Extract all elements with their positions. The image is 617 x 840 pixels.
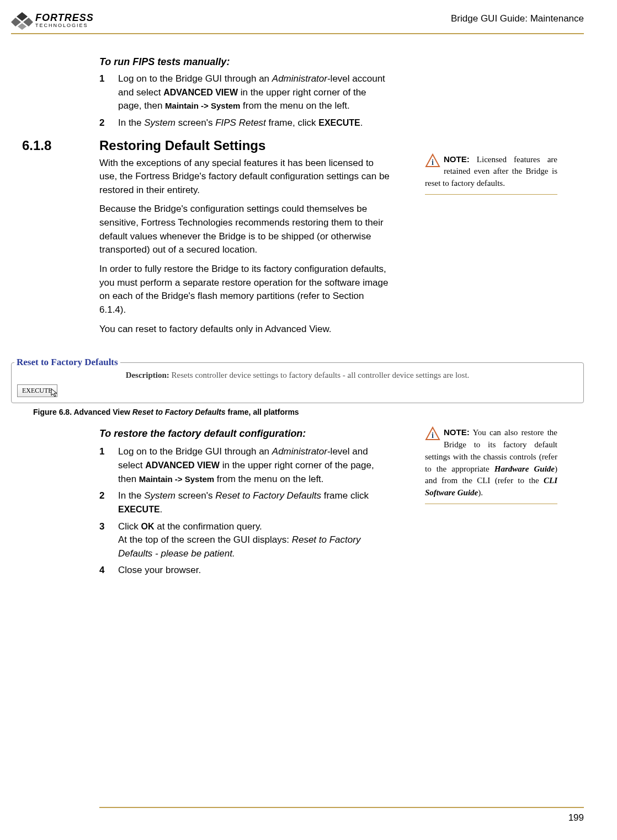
text: OK xyxy=(141,522,155,531)
section-title: Restoring Default Settings xyxy=(99,138,265,153)
text: EXECUTE xyxy=(118,505,160,514)
text: Log on to the Bridge GUI through an xyxy=(118,446,272,457)
list-item: 2 In the System screen's FIPS Retest fra… xyxy=(99,116,392,130)
button-label: EXECUTE xyxy=(22,387,52,394)
text: frame click xyxy=(321,490,369,501)
description-text: Resets controller device settings to fac… xyxy=(169,371,470,379)
reset-fieldset: Reset to Factory Defaults Description: R… xyxy=(11,351,584,403)
text: frame, click xyxy=(266,117,318,128)
header-breadcrumb: Bridge GUI Guide: Maintenance xyxy=(451,11,584,24)
text: . xyxy=(360,117,363,128)
info-icon: i xyxy=(425,426,440,445)
text: at the confirmation query. xyxy=(155,521,262,532)
text: Administrator xyxy=(272,446,327,457)
text: Advanced View xyxy=(72,408,132,416)
text: In the xyxy=(118,117,144,128)
text: System xyxy=(144,490,175,501)
info-icon: i xyxy=(425,153,440,172)
text: Reset to Factory Defaults xyxy=(132,408,226,416)
cursor-icon xyxy=(50,388,59,400)
paragraph: Because the Bridge's configuration setti… xyxy=(99,202,392,257)
text: EXECUTE xyxy=(318,118,360,127)
text: ADVANCED VIEW xyxy=(163,88,238,97)
paragraph: In order to fully restore the Bridge to … xyxy=(99,263,392,317)
paragraph: You can reset to factory defaults only i… xyxy=(99,323,392,336)
page-header: FORTRESS TECHNOLOGIES Bridge GUI Guide: … xyxy=(11,11,584,30)
restore-title: To restore the factory default configura… xyxy=(99,426,392,441)
fieldset-legend: Reset to Factory Defaults xyxy=(14,357,120,368)
logo-icon xyxy=(11,11,33,30)
paragraph: With the exceptions of any special featu… xyxy=(99,157,392,197)
text: Administrator xyxy=(272,73,327,84)
text: Maintain -> System xyxy=(165,101,240,110)
text: FIPS Retest xyxy=(215,117,266,128)
text: Log on to the Bridge GUI through an xyxy=(118,73,272,84)
figure-caption: Figure 6.8. Advanced View Reset to Facto… xyxy=(33,408,584,416)
page-number: 199 xyxy=(99,812,584,823)
logo-text-sub: TECHNOLOGIES xyxy=(35,23,94,28)
fips-title: To run FIPS tests manually: xyxy=(99,56,573,68)
text: Maintain -> System xyxy=(139,474,214,484)
execute-button[interactable]: EXECUTE xyxy=(17,384,57,397)
list-item: 1 Log on to the Bridge GUI through an Ad… xyxy=(99,72,392,113)
text: frame, all platforms xyxy=(226,408,299,416)
section-number: 6.1.8 xyxy=(11,138,99,153)
list-item: 3 Click OK at the confirmation query. At… xyxy=(99,520,392,561)
list-item: 2 In the System screen's Reset to Factor… xyxy=(99,489,392,516)
logo-text-top: FORTRESS xyxy=(35,13,94,23)
note-label: NOTE: xyxy=(444,427,470,437)
svg-marker-0 xyxy=(17,12,28,21)
description-label: Description: xyxy=(126,371,169,379)
note-label: NOTE: xyxy=(444,154,470,164)
text: Reset to Factory Defaults xyxy=(215,490,321,501)
text: System xyxy=(144,117,175,128)
svg-text:i: i xyxy=(432,431,434,440)
text: screen's xyxy=(175,117,215,128)
svg-marker-3 xyxy=(18,23,26,30)
text: Hardware Guide xyxy=(494,464,555,473)
page-footer: 199 xyxy=(99,802,584,823)
list-item: 1 Log on to the Bridge GUI through an Ad… xyxy=(99,445,392,486)
text: ADVANCED VIEW xyxy=(145,461,220,470)
text: At the top of the screen the GUI display… xyxy=(118,534,292,545)
section-heading: 6.1.8 Restoring Default Settings xyxy=(11,138,584,153)
text: screen's xyxy=(175,490,215,501)
text: Click xyxy=(118,521,141,532)
text: . xyxy=(160,504,163,515)
logo: FORTRESS TECHNOLOGIES xyxy=(11,11,94,30)
text: from the menu on the left. xyxy=(214,474,323,484)
text: from the menu on the left. xyxy=(240,100,349,111)
text: ). xyxy=(478,488,483,497)
note-sidebar: i NOTE: Licensed features are retained e… xyxy=(425,153,557,199)
note-sidebar: i NOTE: You can also restore the Bridge … xyxy=(425,426,557,509)
figure-number: Figure 6.8. xyxy=(33,408,72,416)
list-item: 4 Close your browser. xyxy=(99,564,392,577)
svg-text:i: i xyxy=(432,158,434,167)
text: Close your browser. xyxy=(118,564,201,577)
text: In the xyxy=(118,490,144,501)
